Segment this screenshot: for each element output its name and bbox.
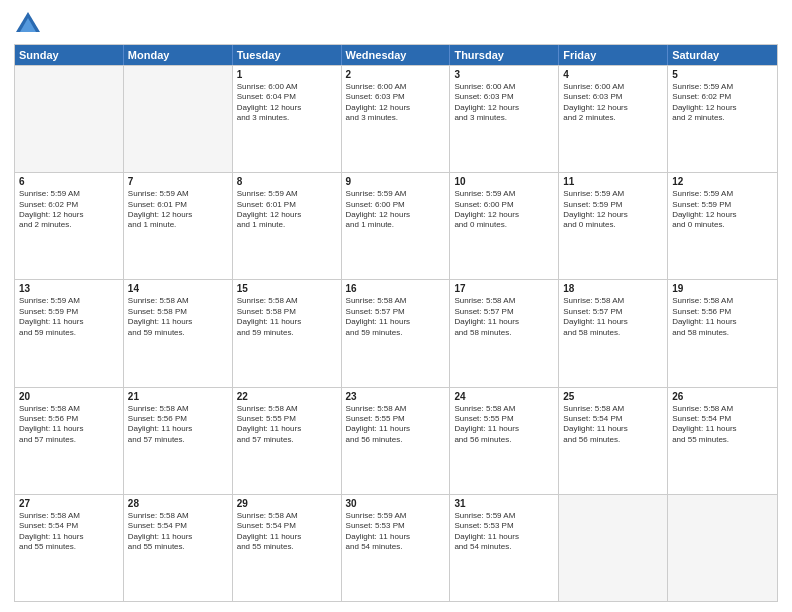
cell-info-line: Daylight: 11 hours	[346, 532, 446, 542]
cell-info-line: Daylight: 11 hours	[237, 317, 337, 327]
day-number: 6	[19, 176, 119, 187]
calendar: SundayMondayTuesdayWednesdayThursdayFrid…	[14, 44, 778, 602]
cell-info-line: Sunrise: 5:58 AM	[346, 404, 446, 414]
day-cell-10: 10Sunrise: 5:59 AMSunset: 6:00 PMDayligh…	[450, 173, 559, 279]
day-cell-21: 21Sunrise: 5:58 AMSunset: 5:56 PMDayligh…	[124, 388, 233, 494]
day-cell-31: 31Sunrise: 5:59 AMSunset: 5:53 PMDayligh…	[450, 495, 559, 601]
day-number: 30	[346, 498, 446, 509]
cell-info-line: Sunrise: 5:58 AM	[237, 511, 337, 521]
page: SundayMondayTuesdayWednesdayThursdayFrid…	[0, 0, 792, 612]
cell-info-line: Sunset: 5:56 PM	[19, 414, 119, 424]
cell-info-line: and 55 minutes.	[237, 542, 337, 552]
cell-info-line: and 0 minutes.	[454, 220, 554, 230]
cell-info-line: Sunrise: 5:58 AM	[346, 296, 446, 306]
cell-info-line: Sunset: 6:02 PM	[672, 92, 773, 102]
empty-cell	[124, 66, 233, 172]
empty-cell	[15, 66, 124, 172]
header	[14, 10, 778, 38]
day-cell-27: 27Sunrise: 5:58 AMSunset: 5:54 PMDayligh…	[15, 495, 124, 601]
cell-info-line: Sunset: 6:00 PM	[454, 200, 554, 210]
cell-info-line: Sunset: 5:57 PM	[454, 307, 554, 317]
cell-info-line: and 59 minutes.	[128, 328, 228, 338]
cell-info-line: Sunrise: 6:00 AM	[346, 82, 446, 92]
cell-info-line: Daylight: 11 hours	[19, 317, 119, 327]
cell-info-line: Sunrise: 5:58 AM	[563, 296, 663, 306]
cell-info-line: and 59 minutes.	[19, 328, 119, 338]
cell-info-line: Sunrise: 5:59 AM	[19, 296, 119, 306]
cell-info-line: and 3 minutes.	[454, 113, 554, 123]
empty-cell	[668, 495, 777, 601]
cell-info-line: Sunset: 5:59 PM	[672, 200, 773, 210]
day-cell-17: 17Sunrise: 5:58 AMSunset: 5:57 PMDayligh…	[450, 280, 559, 386]
cell-info-line: and 56 minutes.	[563, 435, 663, 445]
cell-info-line: and 55 minutes.	[19, 542, 119, 552]
logo-icon	[14, 10, 42, 38]
day-cell-16: 16Sunrise: 5:58 AMSunset: 5:57 PMDayligh…	[342, 280, 451, 386]
cell-info-line: Sunrise: 5:58 AM	[19, 404, 119, 414]
cell-info-line: Sunrise: 5:59 AM	[454, 511, 554, 521]
cell-info-line: Daylight: 12 hours	[237, 103, 337, 113]
week-row-4: 20Sunrise: 5:58 AMSunset: 5:56 PMDayligh…	[15, 387, 777, 494]
day-cell-4: 4Sunrise: 6:00 AMSunset: 6:03 PMDaylight…	[559, 66, 668, 172]
cell-info-line: Daylight: 11 hours	[19, 424, 119, 434]
cell-info-line: Daylight: 11 hours	[19, 532, 119, 542]
cell-info-line: Daylight: 11 hours	[237, 424, 337, 434]
day-number: 4	[563, 69, 663, 80]
cell-info-line: Daylight: 11 hours	[672, 317, 773, 327]
day-cell-25: 25Sunrise: 5:58 AMSunset: 5:54 PMDayligh…	[559, 388, 668, 494]
cell-info-line: Sunrise: 5:58 AM	[128, 404, 228, 414]
cell-info-line: and 58 minutes.	[563, 328, 663, 338]
cell-info-line: Sunrise: 5:59 AM	[346, 511, 446, 521]
week-row-1: 1Sunrise: 6:00 AMSunset: 6:04 PMDaylight…	[15, 65, 777, 172]
week-row-2: 6Sunrise: 5:59 AMSunset: 6:02 PMDaylight…	[15, 172, 777, 279]
week-row-5: 27Sunrise: 5:58 AMSunset: 5:54 PMDayligh…	[15, 494, 777, 601]
cell-info-line: Sunrise: 5:58 AM	[128, 296, 228, 306]
cell-info-line: Sunrise: 6:00 AM	[563, 82, 663, 92]
cell-info-line: Sunset: 5:54 PM	[237, 521, 337, 531]
day-cell-18: 18Sunrise: 5:58 AMSunset: 5:57 PMDayligh…	[559, 280, 668, 386]
logo	[14, 10, 46, 38]
cell-info-line: Daylight: 12 hours	[454, 103, 554, 113]
cell-info-line: and 56 minutes.	[454, 435, 554, 445]
day-cell-3: 3Sunrise: 6:00 AMSunset: 6:03 PMDaylight…	[450, 66, 559, 172]
cell-info-line: Sunrise: 5:58 AM	[454, 404, 554, 414]
cell-info-line: Sunrise: 5:59 AM	[128, 189, 228, 199]
day-number: 2	[346, 69, 446, 80]
cell-info-line: Daylight: 12 hours	[128, 210, 228, 220]
day-number: 26	[672, 391, 773, 402]
day-cell-26: 26Sunrise: 5:58 AMSunset: 5:54 PMDayligh…	[668, 388, 777, 494]
cell-info-line: Sunrise: 5:58 AM	[563, 404, 663, 414]
cell-info-line: Daylight: 12 hours	[237, 210, 337, 220]
cell-info-line: Daylight: 12 hours	[563, 210, 663, 220]
day-number: 11	[563, 176, 663, 187]
day-cell-22: 22Sunrise: 5:58 AMSunset: 5:55 PMDayligh…	[233, 388, 342, 494]
cell-info-line: Sunrise: 5:59 AM	[19, 189, 119, 199]
cell-info-line: Daylight: 11 hours	[346, 317, 446, 327]
day-number: 19	[672, 283, 773, 294]
cell-info-line: Sunrise: 5:58 AM	[128, 511, 228, 521]
day-number: 13	[19, 283, 119, 294]
cell-info-line: Sunset: 6:01 PM	[237, 200, 337, 210]
cell-info-line: and 58 minutes.	[672, 328, 773, 338]
cell-info-line: and 3 minutes.	[346, 113, 446, 123]
day-number: 28	[128, 498, 228, 509]
cell-info-line: Sunset: 5:53 PM	[346, 521, 446, 531]
day-number: 5	[672, 69, 773, 80]
cell-info-line: Sunrise: 5:58 AM	[672, 404, 773, 414]
cell-info-line: Sunset: 5:57 PM	[346, 307, 446, 317]
cell-info-line: Sunrise: 5:58 AM	[454, 296, 554, 306]
day-header-sunday: Sunday	[15, 45, 124, 65]
day-cell-24: 24Sunrise: 5:58 AMSunset: 5:55 PMDayligh…	[450, 388, 559, 494]
cell-info-line: Daylight: 11 hours	[563, 424, 663, 434]
cell-info-line: Sunset: 5:57 PM	[563, 307, 663, 317]
day-number: 25	[563, 391, 663, 402]
day-cell-19: 19Sunrise: 5:58 AMSunset: 5:56 PMDayligh…	[668, 280, 777, 386]
cell-info-line: and 2 minutes.	[563, 113, 663, 123]
cell-info-line: Daylight: 11 hours	[454, 532, 554, 542]
cell-info-line: Sunset: 6:00 PM	[346, 200, 446, 210]
day-cell-1: 1Sunrise: 6:00 AMSunset: 6:04 PMDaylight…	[233, 66, 342, 172]
day-number: 17	[454, 283, 554, 294]
day-cell-30: 30Sunrise: 5:59 AMSunset: 5:53 PMDayligh…	[342, 495, 451, 601]
day-cell-2: 2Sunrise: 6:00 AMSunset: 6:03 PMDaylight…	[342, 66, 451, 172]
day-number: 16	[346, 283, 446, 294]
